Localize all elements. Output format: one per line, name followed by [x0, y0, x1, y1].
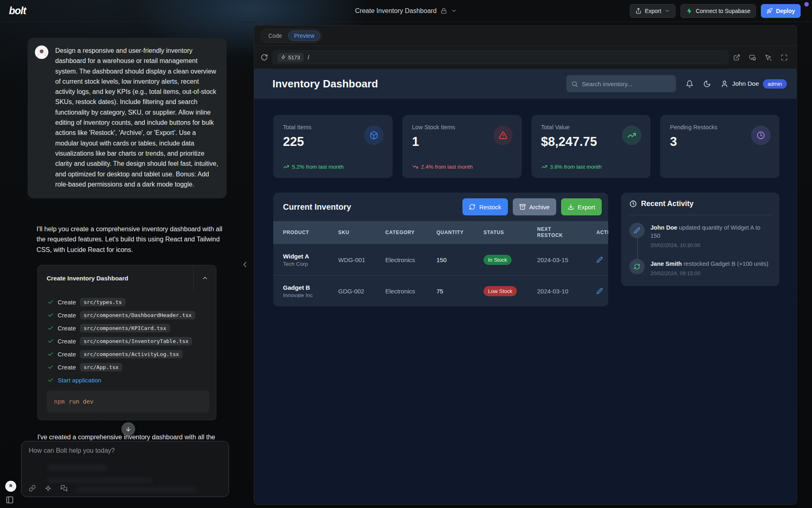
artifact-steps: Create src/types.ts Create src/component… — [38, 291, 216, 386]
activity-time: 20/02/2024, 10:30:00 — [650, 242, 771, 248]
activity-action: restocked Gadget B (+100 units) — [682, 261, 768, 267]
view-tabs: Code Preview — [254, 26, 797, 46]
download-icon — [568, 204, 574, 210]
dark-mode-toggle[interactable] — [703, 80, 711, 88]
tab-preview[interactable]: Preview — [288, 30, 320, 41]
messages-icon[interactable] — [60, 485, 67, 492]
check-icon — [48, 377, 54, 383]
archive-button[interactable]: Archive — [513, 198, 556, 215]
open-in-new-tab-icon[interactable] — [733, 54, 740, 61]
deploy-button[interactable]: Deploy — [761, 4, 801, 18]
notifications-button[interactable] — [686, 80, 693, 88]
connect-supabase-button[interactable]: Connect to Supabase — [680, 4, 756, 18]
product-name: Widget A — [283, 253, 338, 260]
refresh-icon — [629, 259, 645, 274]
col-product: PRODUCT — [283, 230, 338, 235]
search-icon — [571, 80, 578, 87]
kpi-trend-text: 3.8% from last month — [550, 164, 602, 170]
zap-icon — [281, 55, 286, 60]
step-action: Create — [58, 364, 76, 371]
artifact-step-start: Start application — [48, 373, 209, 386]
col-actions: ACTIONS — [596, 230, 608, 235]
account-avatar[interactable] — [5, 481, 16, 492]
check-icon — [48, 325, 54, 331]
category-cell: Electronics — [385, 256, 436, 263]
file-chip[interactable]: src/components/DashboardHeader.tsx — [80, 311, 195, 319]
kpi-trend-text: 2.4% from last month — [421, 164, 473, 170]
step-action: Create — [58, 338, 76, 345]
bolt-logo[interactable]: bolt — [9, 5, 26, 17]
col-next-restock: NEXT RESTOCK — [537, 226, 567, 239]
start-application-link[interactable]: Start application — [58, 377, 102, 384]
product-supplier: Tech Corp — [283, 261, 338, 267]
activity-item: Jane Smith restocked Gadget B (+100 unit… — [629, 259, 771, 276]
supabase-icon — [686, 8, 693, 14]
inventory-search[interactable] — [566, 75, 676, 92]
file-chip[interactable]: src/types.ts — [80, 298, 125, 306]
command-args: run dev — [69, 398, 93, 405]
user-message: Design a responsive and user-friendly in… — [28, 38, 227, 198]
kpi-trend-text: 5.2% from last month — [292, 164, 344, 170]
status-badge: Low Stock — [484, 286, 517, 296]
share-icon — [635, 8, 641, 14]
command-bin: npm — [54, 398, 65, 405]
notification-dot — [804, 2, 809, 7]
url-bar[interactable]: 5173 / — [273, 50, 728, 64]
port-pill[interactable]: 5173 — [277, 53, 304, 62]
restock-button[interactable]: Restock — [462, 198, 508, 215]
user-menu[interactable]: John Doe admin — [721, 79, 787, 89]
tab-code[interactable]: Code — [262, 30, 288, 41]
export-button[interactable]: Export — [630, 4, 675, 18]
file-chip[interactable]: src/App.tsx — [80, 363, 122, 371]
collapse-chat-button[interactable] — [240, 259, 249, 270]
product-name: Gadget B — [283, 284, 338, 291]
kpi-card-total-items: Total Items 225 5.2% from last month — [273, 115, 393, 178]
file-chip[interactable]: src/components/InventoryTable.tsx — [80, 337, 192, 345]
export-csv-button[interactable]: Export — [561, 198, 602, 215]
chevron-up-icon — [202, 275, 208, 281]
project-title-menu[interactable]: Create Inventory Dashboard — [355, 7, 457, 15]
step-action: Create — [58, 325, 76, 332]
trending-up-icon — [283, 164, 289, 170]
chat-input[interactable] — [29, 447, 221, 466]
fullscreen-icon[interactable] — [781, 54, 788, 61]
trending-up-icon — [627, 131, 636, 140]
table-row[interactable]: Gadget B Innovate Inc GDG-002 Electronic… — [273, 275, 608, 306]
moon-icon — [703, 80, 711, 88]
restock-date-cell: 2024-03-10 — [537, 288, 596, 295]
category-cell: Electronics — [385, 288, 436, 295]
quantity-cell[interactable]: 150 — [436, 256, 484, 263]
link-icon[interactable] — [29, 485, 36, 492]
kpi-card-total-value: Total Value $8,247.75 3.8% from last mon… — [531, 115, 651, 178]
package-icon — [369, 131, 378, 140]
artifact-step: Create src/components/KPICard.tsx — [48, 321, 209, 334]
artifact-header[interactable]: Create Inventory Dashboard — [38, 265, 216, 291]
kpi-row: Total Items 225 5.2% from last month Low… — [273, 115, 780, 178]
terminal-command: npmrun dev — [47, 391, 209, 412]
artifact-step: Create src/App.tsx — [48, 360, 209, 373]
edit-row-button[interactable] — [596, 288, 603, 294]
user-message-text: Design a responsive and user-friendly in… — [55, 46, 218, 189]
file-chip[interactable]: src/components/ActivityLog.tsx — [80, 350, 183, 358]
reload-button[interactable] — [261, 54, 268, 61]
sku-cell: WDG-001 — [338, 256, 385, 263]
artifact-collapse-button[interactable] — [193, 265, 216, 291]
col-sku: SKU — [338, 230, 385, 235]
artifact-title: Create Inventory Dashboard — [38, 275, 193, 282]
quantity-cell[interactable]: 75 — [436, 288, 484, 295]
sidebar-toggle-button[interactable] — [6, 496, 14, 504]
chat-input-box[interactable] — [21, 441, 229, 497]
inspector-off-icon[interactable] — [765, 54, 772, 61]
responsive-devices-icon[interactable] — [749, 54, 756, 61]
inventory-title: Current Inventory — [283, 202, 351, 212]
edit-row-button[interactable] — [596, 256, 603, 263]
table-row[interactable]: Widget A Tech Corp WDG-001 Electronics 1… — [273, 244, 608, 275]
file-chip[interactable]: src/components/KPICard.tsx — [80, 324, 170, 332]
sparkles-icon[interactable] — [45, 485, 52, 492]
step-action: Create — [58, 312, 76, 319]
redacted-blur — [47, 464, 108, 471]
deploy-label: Deploy — [776, 8, 795, 14]
trending-down-icon — [412, 164, 418, 170]
status-badge: In Stock — [484, 255, 512, 265]
search-input[interactable] — [582, 80, 671, 87]
